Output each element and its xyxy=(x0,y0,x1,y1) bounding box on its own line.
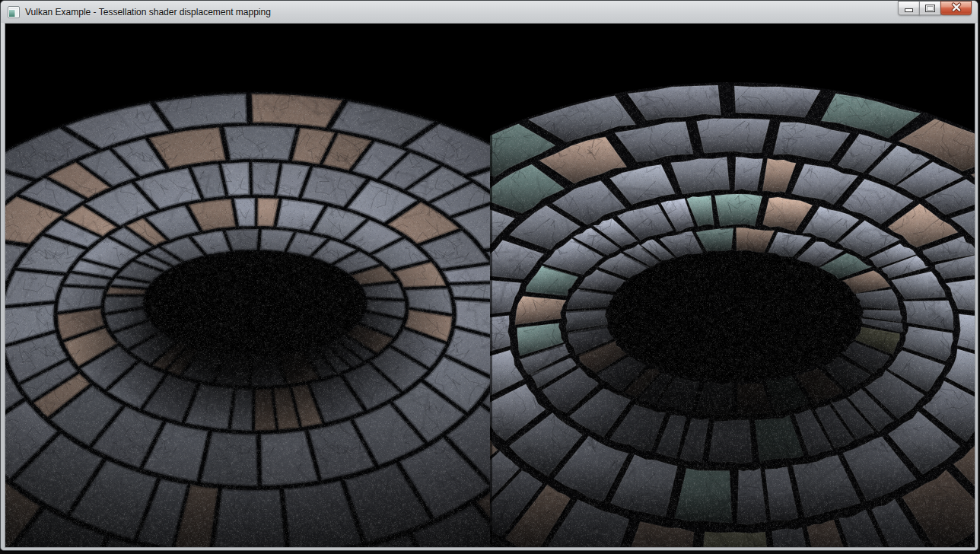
app-window: Vulkan Example - Tessellation shader dis… xyxy=(0,0,978,551)
close-icon xyxy=(950,2,963,15)
window-title: Vulkan Example - Tessellation shader dis… xyxy=(25,7,271,18)
window-controls xyxy=(898,1,972,15)
maximize-icon xyxy=(925,5,935,12)
minimize-button[interactable] xyxy=(898,1,920,15)
minimize-icon xyxy=(905,8,913,12)
application-icon-glyph xyxy=(8,6,20,18)
render-canvas[interactable] xyxy=(5,24,975,547)
maximize-button[interactable] xyxy=(919,1,941,15)
render-area xyxy=(5,23,975,548)
application-icon[interactable] xyxy=(8,6,20,18)
title-bar[interactable]: Vulkan Example - Tessellation shader dis… xyxy=(1,1,978,23)
close-button[interactable] xyxy=(940,1,972,15)
